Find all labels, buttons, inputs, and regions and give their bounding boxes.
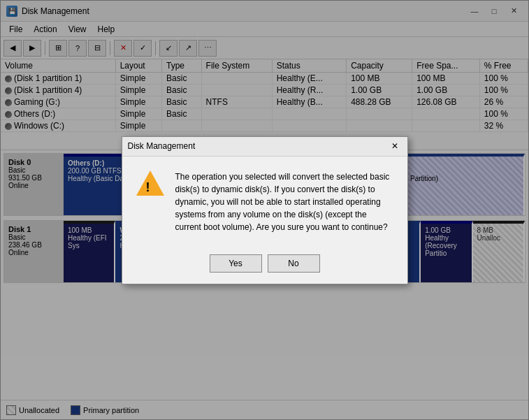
dialog-buttons: Yes No xyxy=(122,247,407,284)
dialog-body: The operation you selected will convert … xyxy=(122,157,407,247)
no-button[interactable]: No xyxy=(268,254,320,273)
modal-overlay: Disk Management ✕ The operation you sele… xyxy=(0,0,529,420)
dialog-title-bar: Disk Management ✕ xyxy=(122,137,407,157)
warning-triangle xyxy=(136,171,164,196)
dialog-disk-management: Disk Management ✕ The operation you sele… xyxy=(122,136,408,284)
dialog-title: Disk Management xyxy=(128,141,388,151)
warning-icon xyxy=(136,171,164,198)
yes-button[interactable]: Yes xyxy=(210,254,262,273)
dialog-close-button[interactable]: ✕ xyxy=(388,140,402,152)
dialog-message: The operation you selected will convert … xyxy=(175,171,393,233)
